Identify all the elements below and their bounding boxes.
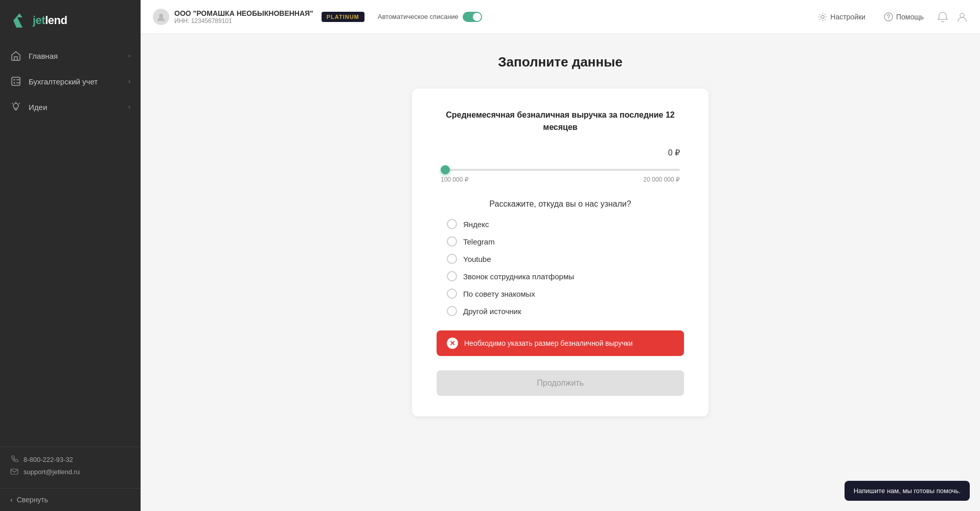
- sidebar-nav: Главная › Бухгалтерский учет ›: [0, 39, 141, 447]
- sidebar-item-ideas-label: Идеи: [29, 103, 47, 112]
- user-avatar-icon: [156, 12, 166, 21]
- radio-circle-telegram: [447, 236, 457, 247]
- radio-circle-yandex: [447, 219, 457, 229]
- svg-rect-1: [12, 77, 20, 85]
- svg-point-11: [159, 14, 163, 18]
- sidebar: jetlend Главная ›: [0, 0, 141, 511]
- sidebar-item-accounting[interactable]: Бухгалтерский учет ›: [0, 69, 141, 94]
- continue-button[interactable]: Продолжить: [437, 370, 684, 396]
- slider-value-display: 0 ₽: [437, 148, 684, 158]
- auto-write-section: Автоматическое списание: [378, 12, 482, 22]
- help-label: Помощь: [896, 13, 924, 21]
- source-question: Расскажите, откуда вы о нас узнали?: [437, 199, 684, 209]
- auto-write-label: Автоматическое списание: [378, 13, 459, 20]
- svg-rect-10: [11, 469, 18, 474]
- notification-bell-icon[interactable]: [937, 11, 948, 23]
- chevron-right-icon3: ›: [128, 103, 130, 110]
- radio-option-yandex[interactable]: Яндекс: [447, 219, 684, 229]
- slider-max-label: 20 000 000 ₽: [644, 176, 680, 183]
- collapse-arrow-icon: ‹: [10, 496, 13, 504]
- slider-min-label: 100 000 ₽: [441, 176, 469, 183]
- company-inn: ИНН: 123456789101: [174, 17, 313, 25]
- revenue-slider[interactable]: [441, 169, 680, 171]
- slider-wrapper: 100 000 ₽ 20 000 000 ₽: [437, 164, 684, 183]
- radio-options: Яндекс Telegram Youtube Звонок сотрудник…: [437, 219, 684, 316]
- gear-icon: [818, 12, 827, 21]
- chevron-right-icon2: ›: [128, 78, 130, 85]
- radio-label-yandex: Яндекс: [463, 220, 489, 229]
- collapse-label: Свернуть: [17, 496, 48, 504]
- logo-text: jetlend: [33, 14, 67, 27]
- main-content: ООО "РОМАШКА НЕОБЫКНОВЕННАЯ" ИНН: 123456…: [141, 0, 980, 511]
- header: ООО "РОМАШКА НЕОБЫКНОВЕННАЯ" ИНН: 123456…: [141, 0, 980, 34]
- radio-option-friends[interactable]: По совету знакомых: [447, 288, 684, 299]
- user-menu-icon[interactable]: [956, 11, 968, 23]
- svg-point-12: [821, 15, 824, 18]
- home-icon: [10, 50, 21, 61]
- sidebar-item-home-label: Главная: [29, 52, 58, 60]
- settings-link[interactable]: Настройки: [813, 9, 871, 25]
- email-text: support@jetlend.ru: [24, 468, 80, 476]
- header-user[interactable]: ООО "РОМАШКА НЕОБЫКНОВЕННАЯ" ИНН: 123456…: [153, 9, 313, 25]
- sidebar-item-ideas[interactable]: Идеи ›: [0, 94, 141, 120]
- slider-labels: 100 000 ₽ 20 000 000 ₽: [441, 176, 680, 183]
- radio-circle-friends: [447, 288, 457, 299]
- radio-label-telegram: Telegram: [463, 237, 495, 246]
- error-banner: ✕ Необходимо указать размер безналичной …: [437, 330, 684, 356]
- svg-marker-0: [13, 13, 22, 28]
- radio-circle-call: [447, 271, 457, 281]
- radio-option-call[interactable]: Звонок сотрудника платформы: [447, 271, 684, 281]
- sidebar-footer: 8-800-222-93-32 support@jetlend.ru: [0, 447, 141, 488]
- radio-circle-youtube: [447, 254, 457, 264]
- chat-widget-label: Напишите нам, мы готовы помочь.: [854, 487, 961, 495]
- collapse-button[interactable]: ‹ Свернуть: [0, 488, 141, 511]
- svg-point-2: [14, 79, 15, 81]
- jetlend-logo-icon: [10, 11, 29, 30]
- platinum-badge: PLATINUM: [322, 12, 364, 22]
- radio-label-other: Другой источник: [463, 307, 521, 316]
- radio-option-telegram[interactable]: Telegram: [447, 236, 684, 247]
- radio-label-friends: По совету знакомых: [463, 290, 535, 298]
- chevron-right-icon: ›: [128, 52, 130, 59]
- ideas-icon: [10, 101, 21, 113]
- email-link[interactable]: support@jetlend.ru: [10, 468, 130, 476]
- settings-label: Настройки: [830, 13, 865, 21]
- phone-icon: [10, 455, 18, 463]
- company-name: ООО "РОМАШКА НЕОБЫКНОВЕННАЯ": [174, 9, 313, 17]
- page-title: Заполните данные: [498, 54, 622, 70]
- sidebar-item-accounting-label: Бухгалтерский учет: [29, 77, 98, 86]
- phone-link[interactable]: 8-800-222-93-32: [10, 455, 130, 463]
- radio-option-other[interactable]: Другой источник: [447, 306, 684, 316]
- company-info: ООО "РОМАШКА НЕОБЫКНОВЕННАЯ" ИНН: 123456…: [174, 9, 313, 25]
- help-icon: [884, 12, 893, 21]
- page-content: Заполните данные Среднемесячная безналич…: [141, 34, 980, 511]
- error-icon: ✕: [447, 338, 458, 349]
- accounting-icon: [10, 76, 21, 87]
- avatar: [153, 9, 169, 25]
- source-section: Расскажите, откуда вы о нас узнали? Янде…: [437, 199, 684, 316]
- help-link[interactable]: Помощь: [879, 9, 929, 25]
- svg-point-14: [888, 18, 889, 19]
- radio-circle-other: [447, 306, 457, 316]
- form-card: Среднемесячная безналичная выручка за по…: [412, 88, 709, 416]
- error-text: Необходимо указать размер безналичной вы…: [464, 339, 632, 347]
- sidebar-item-home[interactable]: Главная ›: [0, 43, 141, 69]
- phone-text: 8-800-222-93-32: [24, 456, 73, 463]
- svg-line-9: [12, 103, 13, 104]
- logo[interactable]: jetlend: [0, 0, 141, 39]
- radio-label-youtube: Youtube: [463, 255, 491, 263]
- svg-point-15: [960, 13, 964, 17]
- svg-point-6: [13, 103, 18, 108]
- revenue-label: Среднемесячная безналичная выручка за по…: [437, 109, 684, 134]
- radio-label-call: Звонок сотрудника платформы: [463, 272, 574, 281]
- auto-write-toggle[interactable]: [463, 12, 482, 22]
- svg-line-8: [19, 103, 20, 104]
- chat-widget[interactable]: Напишите нам, мы готовы помочь.: [845, 481, 970, 501]
- email-icon: [10, 468, 18, 476]
- svg-point-3: [14, 82, 15, 84]
- revenue-section: Среднемесячная безналичная выручка за по…: [437, 109, 684, 183]
- radio-option-youtube[interactable]: Youtube: [447, 254, 684, 264]
